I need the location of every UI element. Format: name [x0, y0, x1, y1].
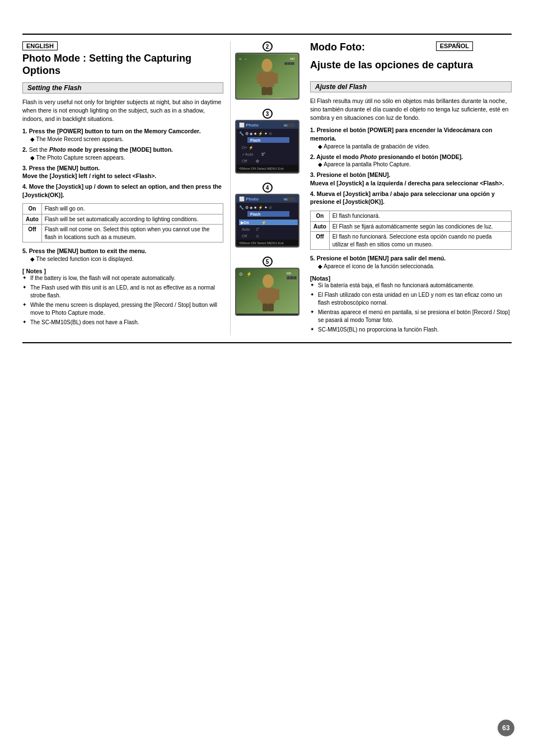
option-off-desc: Flash will not come on. Select this opti…: [41, 225, 223, 242]
sp-step5-num: 5.: [310, 255, 317, 262]
cam-screen-5: ⊙ ⚡ MII ⬛⬛⬛: [235, 268, 299, 316]
svg-text:Auto: Auto: [242, 227, 250, 231]
svg-text:⟲Move  ON Select  MENU Exit: ⟲Move ON Select MENU Exit: [239, 167, 284, 170]
svg-text:☼: ☼: [244, 58, 246, 60]
svg-text:⊙: ⊙: [256, 159, 259, 163]
sp-note-3: Mientras aparece el menú en pantalla, si…: [310, 309, 512, 324]
spanish-step-3: 3. Presione el botón [MENU]. Mueva el [J…: [310, 171, 512, 187]
svg-text:IN⬛⬛: IN⬛⬛: [284, 197, 296, 202]
english-step-4: 4. Move the [Joystick] up / down to sele…: [22, 183, 223, 199]
english-note-3: While the menu screen is displayed, pres…: [22, 301, 223, 317]
svg-text:⬛⬛⬛: ⬛⬛⬛: [284, 62, 295, 66]
cam-screen-2: MII ⬛⬛⬛ ⊙ ☼: [235, 53, 299, 100]
english-step5-list: 5. Press the [MENU] button to exit the m…: [22, 247, 223, 263]
spanish-steps: 1. Presione el botón [POWER] para encend…: [310, 126, 512, 206]
svg-text:Off: Off: [242, 234, 247, 238]
svg-text:MII: MII: [290, 57, 294, 60]
sp-step1-sub: Aparece la pantalla de grabación de víde…: [310, 143, 512, 151]
spanish-section: Modo Foto: ESPAÑOL Ajuste de las opcione…: [303, 41, 512, 335]
svg-text:🔧 ⚙ ◈ ★ ⚡ ✦ ☆: 🔧 ⚙ ◈ ★ ⚡ ✦ ☆: [239, 205, 272, 210]
svg-text:MII: MII: [287, 272, 292, 275]
page: ENGLISH Photo Mode : Setting the Capturi…: [0, 0, 534, 756]
page-number: 63: [498, 720, 514, 736]
svg-text:▶On: ▶On: [241, 221, 249, 225]
cam-preview-2: MII ⬛⬛⬛ ⊙ ☼: [236, 54, 298, 99]
english-note-2: The Flash used with this unit is an LED,…: [22, 284, 223, 300]
step4-num: 4.: [22, 183, 29, 190]
svg-rect-47: [263, 304, 268, 311]
spanish-step-1: 1. Presione el botón [POWER] para encend…: [310, 126, 512, 150]
option-on-desc: Flash will go on.: [41, 204, 223, 214]
svg-text:IN⬛⬛: IN⬛⬛: [284, 123, 296, 128]
sp-step2-num: 2.: [310, 153, 316, 160]
english-subsection: Setting the Flash: [22, 82, 223, 94]
spanish-step-5: 5. Presione el botón [MENU] para salir d…: [310, 254, 512, 270]
english-step-3: 3. Press the [MENU] button. Move the [Jo…: [22, 164, 223, 180]
sp-step3-extra: Mueva el [Joystick] a la izquierda / der…: [310, 180, 504, 186]
english-title: Photo Mode : Setting the Capturing Optio…: [22, 53, 223, 77]
svg-text:⚡: ⚡: [261, 220, 266, 225]
svg-text:O+: O+: [242, 146, 247, 150]
svg-text:⚡: ⚡: [246, 271, 252, 277]
spanish-step-2: 2. Ajuste el modo Photo presionando el b…: [310, 153, 512, 169]
cam-screen-4: ⬜ Photo IN⬛⬛ 🔧 ⚙ ◈ ★ ⚡ ✦ ☆ Flash ▶On ⚡ A: [235, 194, 299, 248]
sp-step4-num: 4.: [310, 190, 317, 197]
svg-text:⊙: ⊙: [239, 58, 241, 60]
step2-sub: The Photo Capture screen appears.: [22, 154, 223, 162]
svg-rect-5: [261, 87, 267, 95]
cam-screen-svg-4: ⬜ Photo IN⬛⬛ 🔧 ⚙ ◈ ★ ⚡ ✦ ☆ Flash ▶On ⚡ A: [236, 195, 299, 245]
sp-step5-text: Presione el botón [MENU] para salir del …: [317, 255, 446, 262]
step2-text: Set the Photo mode by pressing the [MODE…: [29, 146, 173, 153]
sp-option-auto: Auto El Flash se fijará automáticamente …: [311, 221, 512, 232]
svg-rect-4: [273, 73, 278, 83]
sp-step1-text: Presione el botón [POWER] para encender …: [310, 127, 492, 142]
option-off-label: Off: [23, 225, 42, 242]
svg-text:Flash: Flash: [250, 138, 260, 142]
option-auto-desc: Flash will be set automatically accordin…: [41, 214, 223, 225]
svg-rect-3: [257, 73, 263, 83]
svg-rect-46: [274, 289, 279, 300]
sp-option-off-label: Off: [311, 232, 330, 250]
svg-text:Flash: Flash: [250, 212, 260, 216]
step-3-circle: 3: [263, 109, 273, 119]
spanish-notes-label: [Notas]: [310, 275, 512, 282]
spanish-title2: Ajuste de las opciones de captura: [310, 59, 473, 72]
english-badge: ENGLISH: [22, 41, 58, 50]
english-header: ENGLISH Photo Mode : Setting the Capturi…: [22, 41, 223, 77]
sp-option-off-desc: El flash no funcionará. Seleccione esta …: [329, 232, 511, 250]
step5-sub: The selected function icon is displayed.: [22, 255, 223, 263]
cam-screen-svg-5: ⊙ ⚡ MII ⬛⬛⬛: [236, 269, 299, 314]
svg-text:⚡: ⚡: [249, 145, 254, 150]
svg-text:Off: Off: [242, 159, 247, 163]
sp-step1-num: 1.: [310, 127, 317, 133]
image-step-5: 5: [235, 256, 299, 319]
svg-text:⬛⬛⬛: ⬛⬛⬛: [287, 276, 297, 280]
english-steps: 1. Press the [POWER] button to turn on t…: [22, 127, 223, 199]
spanish-subsection: Ajuste del Flash: [310, 81, 512, 92]
step2-num: 2.: [22, 146, 29, 153]
step1-sub: The Movie Record screen appears.: [22, 136, 223, 143]
english-step-1: 1. Press the [POWER] button to turn on t…: [22, 127, 223, 143]
step-5-circle: 5: [263, 256, 273, 267]
svg-rect-48: [268, 304, 274, 311]
spanish-step-4: 4. Mueva el [Joystick] arriba / abajo pa…: [310, 190, 512, 206]
sp-note-1: Si la batería está baja, el flash no fun…: [310, 282, 512, 290]
step3-text: Press the [MENU] button.: [29, 165, 100, 171]
step1-num: 1.: [22, 128, 29, 134]
sp-option-auto-label: Auto: [311, 221, 330, 232]
cam-screen-3: ⬜ Photo IN⬛⬛ 🔧 ⚙ ◈ ★ ⚡ ✦ ☆ Flash O+ ⚡ ✓A…: [235, 120, 299, 174]
svg-text:⬜ Photo: ⬜ Photo: [239, 122, 259, 128]
sp-option-on: On El flash funcionará.: [311, 211, 512, 222]
center-images: 2: [231, 41, 303, 335]
spanish-title: Modo Foto: ESPAÑOL: [310, 41, 473, 54]
step5-num: 5.: [22, 248, 29, 254]
image-step-3: 3 ⬜ Photo IN⬛⬛ 🔧 ⚙ ◈ ★ ⚡ ✦ ☆: [235, 109, 299, 177]
step3-extra: Move the [Joystick] left / right to sele…: [22, 172, 156, 179]
option-on-label: On: [23, 204, 42, 214]
step5-text: Press the [MENU] button to exit the menu…: [29, 248, 147, 254]
svg-text:⟲Move  ON Select  MENU Exit: ⟲Move ON Select MENU Exit: [239, 241, 284, 245]
main-layout: ENGLISH Photo Mode : Setting the Capturi…: [22, 41, 512, 335]
image-step-4: 4 ⬜ Photo IN⬛⬛ 🔧 ⚙ ◈ ★ ⚡ ✦ ☆: [235, 183, 299, 251]
svg-text:✓Auto: ✓Auto: [242, 152, 254, 156]
sp-step5-sub: Aparece el icono de la función seleccion…: [310, 263, 512, 270]
